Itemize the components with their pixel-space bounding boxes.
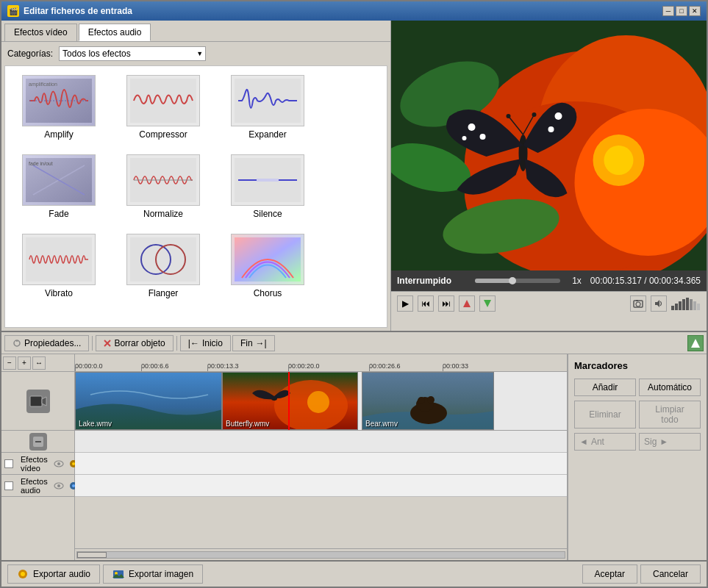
- svg-rect-48: [679, 301, 682, 310]
- timeline-ruler[interactable]: 00:00:0.0 00:00:6.6 00:00:13.3 00:00:20.…: [75, 354, 567, 372]
- audio-track-header: [1, 431, 74, 453]
- export-audio-button[interactable]: Exportar audio: [7, 564, 100, 584]
- properties-button[interactable]: Propiedades...: [4, 335, 89, 351]
- accept-button[interactable]: Aceptar: [582, 564, 637, 584]
- toolbar-separator-1: [92, 336, 93, 351]
- progress-handle[interactable]: [509, 277, 516, 284]
- svg-rect-51: [690, 299, 693, 310]
- export-image-button[interactable]: Exportar imagen: [103, 564, 203, 584]
- scroll-thumb[interactable]: [77, 552, 107, 558]
- clip-bear[interactable]: Bear.wmv: [362, 372, 494, 430]
- zoom-out-button[interactable]: −: [3, 356, 16, 370]
- delete-object-button[interactable]: Borrar objeto: [96, 335, 173, 351]
- skip-start-button[interactable]: ⏮: [418, 295, 434, 312]
- svg-point-33: [462, 136, 467, 140]
- right-panel: Interrumpido 1x 00:00:15.317 / 00:00:34.…: [391, 21, 707, 331]
- effect-amplify[interactable]: amplification Amplify: [11, 72, 107, 143]
- end-button[interactable]: Fin →|: [232, 335, 275, 351]
- svg-marker-40: [463, 300, 471, 307]
- effect-icon-amplify: amplification: [22, 75, 96, 126]
- playback-time: 00:00:15.317 / 00:00:34.365: [590, 276, 701, 286]
- volume-button[interactable]: [651, 295, 667, 312]
- svg-point-79: [418, 397, 425, 404]
- left-panel: Efectos vídeo Efectos audio Categorías: …: [1, 21, 391, 331]
- effect-silence[interactable]: Silence: [220, 151, 315, 222]
- play-button[interactable]: ▶: [397, 295, 413, 312]
- markers-clear-button[interactable]: Limpiar todo: [639, 401, 701, 429]
- markers-title: Marcadores: [574, 360, 701, 374]
- svg-point-26: [604, 146, 634, 175]
- effect-expander[interactable]: Expander: [220, 72, 315, 143]
- main-content: Efectos vídeo Efectos audio Categorías: …: [1, 21, 707, 331]
- skip-end-button[interactable]: ⏭: [438, 295, 454, 312]
- effect-label-chorus: Chorus: [254, 288, 282, 298]
- clip-butterfly[interactable]: Butterfly.wmv: [222, 372, 358, 430]
- timeline-tracks: Lake.wmv: [75, 372, 567, 548]
- video-effects-checkbox[interactable]: [4, 459, 13, 468]
- playback-status-bar: Interrumpido 1x 00:00:15.317 / 00:00:34.…: [391, 270, 707, 291]
- effect-icon-vibrato: [22, 234, 96, 285]
- export-audio-icon: [17, 568, 29, 580]
- properties-icon: [12, 339, 21, 348]
- svg-rect-16: [130, 237, 196, 282]
- close-button[interactable]: ✕: [689, 6, 701, 16]
- svg-point-35: [548, 126, 554, 132]
- effect-chorus[interactable]: Chorus: [220, 231, 315, 301]
- timeline-area: − + ↔: [1, 354, 567, 560]
- svg-rect-46: [671, 306, 674, 310]
- audio-effects-eye-icon[interactable]: [54, 478, 64, 493]
- tab-audio-effects[interactable]: Efectos audio: [79, 24, 151, 41]
- timeline-scrollbar[interactable]: [75, 548, 567, 560]
- svg-point-31: [468, 123, 476, 131]
- effect-label-vibrato: Vibrato: [45, 288, 73, 298]
- markers-delete-row: Eliminar Limpiar todo: [574, 401, 701, 429]
- mark-out-button[interactable]: [479, 295, 496, 312]
- markers-delete-button[interactable]: Eliminar: [574, 401, 636, 429]
- tab-video-effects[interactable]: Efectos vídeo: [4, 24, 77, 41]
- markers-auto-button[interactable]: Automático: [639, 379, 701, 396]
- markers-add-button[interactable]: Añadir: [574, 379, 636, 396]
- effect-vibrato[interactable]: Vibrato: [11, 231, 107, 301]
- markers-prev-button[interactable]: ◄ Ant: [574, 433, 636, 451]
- effect-icon-expander: [231, 75, 304, 126]
- audio-effects-checkbox[interactable]: [4, 481, 13, 490]
- timeline-main: 00:00:0.0 00:00:6.6 00:00:13.3 00:00:20.…: [75, 354, 567, 560]
- zoom-fit-button[interactable]: ↔: [32, 356, 46, 370]
- svg-point-68: [57, 484, 60, 487]
- window-title: Editar ficheros de entrada: [24, 6, 132, 16]
- video-effects-eye-icon[interactable]: [54, 456, 64, 471]
- effect-flanger[interactable]: Flanger: [115, 231, 211, 301]
- categories-label: Categorías:: [7, 49, 53, 59]
- cancel-button[interactable]: Cancelar: [640, 564, 701, 584]
- effect-fade[interactable]: fade in/out Fade: [11, 151, 107, 222]
- progress-bar[interactable]: [475, 279, 560, 283]
- video-track-icon[interactable]: [26, 390, 50, 413]
- scroll-track[interactable]: [76, 551, 565, 559]
- video-scene: [391, 21, 707, 270]
- categories-select[interactable]: Todos los efectosBásicosAvanzados: [59, 46, 206, 61]
- effect-normalize[interactable]: Normalize: [115, 151, 211, 222]
- zoom-in-button[interactable]: +: [18, 356, 31, 370]
- effect-compressor[interactable]: Compressor: [115, 72, 211, 143]
- svg-rect-59: [30, 396, 42, 406]
- timeline-markers-container: − + ↔: [1, 354, 707, 560]
- snapshot-button[interactable]: [630, 295, 646, 312]
- svg-rect-53: [697, 304, 700, 310]
- minimize-button[interactable]: ─: [662, 6, 674, 16]
- delete-icon: [104, 340, 111, 347]
- add-marker-quick-button[interactable]: [687, 335, 704, 351]
- app-icon: 🎬: [7, 5, 19, 17]
- audio-effects-track-header: Efectos audio: [1, 475, 74, 497]
- start-button[interactable]: |← Inicio: [180, 335, 231, 351]
- svg-rect-44: [636, 300, 638, 301]
- toolbar-separator-2: [176, 336, 177, 351]
- svg-text:fade in/out: fade in/out: [29, 161, 53, 166]
- mark-in-button[interactable]: [459, 295, 475, 312]
- audio-track-icon[interactable]: [29, 433, 47, 451]
- volume-levels: [671, 297, 701, 310]
- maximize-button[interactable]: □: [676, 6, 687, 16]
- effect-label-fade: Fade: [49, 209, 68, 219]
- svg-point-43: [636, 302, 640, 306]
- markers-next-button[interactable]: Sig ►: [639, 433, 701, 451]
- clip-lake[interactable]: Lake.wmv: [75, 372, 222, 430]
